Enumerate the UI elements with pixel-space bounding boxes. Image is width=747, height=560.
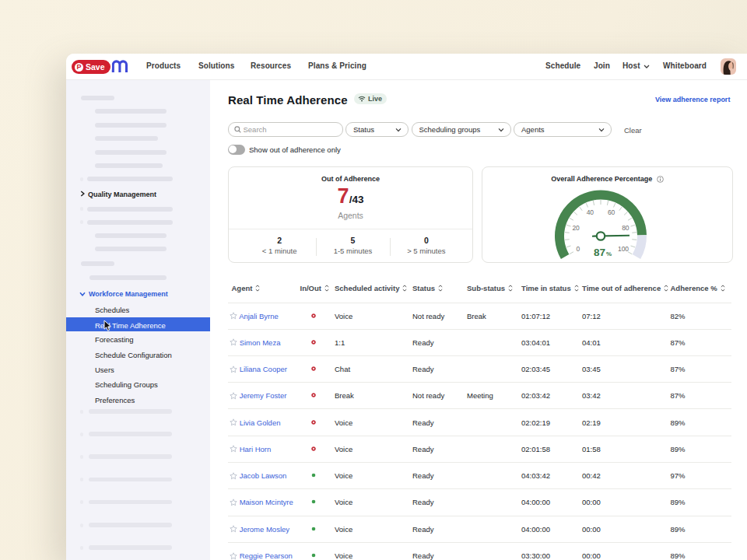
svg-text:87: 87 bbox=[594, 247, 605, 258]
svg-text:20: 20 bbox=[572, 224, 580, 232]
svg-text:100: 100 bbox=[618, 245, 629, 253]
svg-text:80: 80 bbox=[622, 224, 630, 232]
svg-text:60: 60 bbox=[608, 208, 615, 215]
svg-text:0: 0 bbox=[577, 245, 580, 253]
svg-text:40: 40 bbox=[587, 208, 594, 215]
svg-text:%: % bbox=[606, 250, 612, 257]
